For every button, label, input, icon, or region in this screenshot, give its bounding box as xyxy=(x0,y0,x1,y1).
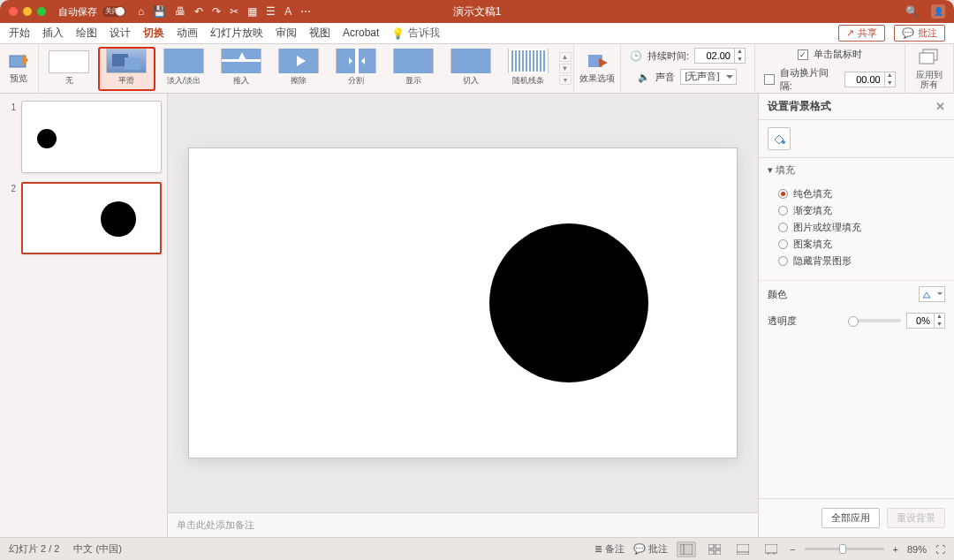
autosave-toggle[interactable]: 自动保存 关闭 xyxy=(58,5,125,19)
duration-input[interactable] xyxy=(695,50,734,61)
reset-bg-button[interactable]: 重设背景 xyxy=(887,508,945,528)
slide-counter: 幻灯片 2 / 2 xyxy=(9,542,59,556)
tab-3[interactable]: 设计 xyxy=(110,26,131,39)
transition-split[interactable]: 分割 xyxy=(329,48,384,90)
fill-option-2[interactable]: 图片或纹理填充 xyxy=(778,221,945,234)
home-icon[interactable]: ⌂ xyxy=(138,5,144,18)
slideshow-icon[interactable]: ▦ xyxy=(247,5,257,18)
zoom-level[interactable]: 89% xyxy=(907,544,927,555)
transition-morph[interactable]: 平滑 xyxy=(99,48,155,90)
color-picker[interactable] xyxy=(919,286,945,302)
zoom-out-icon[interactable]: − xyxy=(790,544,795,555)
transition-reveal[interactable]: 显示 xyxy=(386,48,442,90)
tab-5[interactable]: 动画 xyxy=(177,26,198,39)
opacity-spinner[interactable]: ▲▼ xyxy=(906,313,945,329)
transition-bars[interactable]: 随机线条 xyxy=(501,48,556,90)
comments-toggle[interactable]: 💬 批注 xyxy=(633,542,668,556)
transition-push[interactable]: 推入 xyxy=(214,48,269,90)
on-click-checkbox[interactable]: ✓ xyxy=(798,49,808,60)
slide-content xyxy=(189,148,737,458)
tab-2[interactable]: 绘图 xyxy=(76,26,97,39)
slide-thumb-2[interactable] xyxy=(21,182,162,254)
redo-icon[interactable]: ↷ xyxy=(212,5,221,18)
radio-icon xyxy=(778,256,788,266)
autosave-switch[interactable]: 关闭 xyxy=(102,6,125,17)
preview-button[interactable]: 预览 xyxy=(0,44,39,93)
gallery-down-icon[interactable]: ▼ xyxy=(559,64,572,73)
notes-pane[interactable]: 单击此处添加备注 xyxy=(168,512,758,537)
font-icon[interactable]: A xyxy=(284,5,292,18)
close-pane-icon[interactable]: ✕ xyxy=(935,100,945,113)
after-checkbox[interactable] xyxy=(764,74,775,85)
gallery-more-icon[interactable]: ▾ xyxy=(559,75,572,85)
svg-rect-38 xyxy=(716,544,721,549)
lightbulb-icon: 💡 xyxy=(391,27,405,40)
tab-0[interactable]: 开始 xyxy=(9,26,30,39)
slide-canvas[interactable] xyxy=(189,148,737,458)
fill-option-0[interactable]: 纯色填充 xyxy=(778,187,945,201)
svg-point-34 xyxy=(782,140,785,144)
status-bar: 幻灯片 2 / 2 中文 (中国) ≣ 备注 💬 批注 − + 89% ⛶ xyxy=(0,537,954,560)
fit-window-icon[interactable]: ⛶ xyxy=(935,544,945,555)
apply-all-bg-button[interactable]: 全部应用 xyxy=(822,508,880,528)
fill-option-4[interactable]: 隐藏背景图形 xyxy=(778,254,945,268)
apply-all-icon xyxy=(918,49,941,68)
window-controls xyxy=(0,7,46,16)
share-icon: ↗ xyxy=(846,27,854,39)
duration-spinner[interactable]: ▲▼ xyxy=(694,48,746,64)
close-window-icon[interactable] xyxy=(9,7,18,16)
after-input[interactable] xyxy=(845,74,884,85)
fill-option-1[interactable]: 渐变填充 xyxy=(778,204,945,217)
share-button[interactable]: ↗共享 xyxy=(838,25,885,42)
slide-thumb-1[interactable] xyxy=(21,101,162,173)
fill-tab-icon[interactable] xyxy=(768,127,791,150)
effect-options-button[interactable]: 效果选项 xyxy=(574,44,621,93)
fill-option-3[interactable]: 图案填充 xyxy=(778,238,945,251)
tab-6[interactable]: 幻灯片放映 xyxy=(210,26,263,39)
svg-rect-24 xyxy=(536,50,538,72)
transition-cut[interactable]: 切入 xyxy=(443,48,499,90)
transition-wipe[interactable]: 擦除 xyxy=(271,48,327,90)
touch-mode-icon[interactable]: ☰ xyxy=(266,5,276,18)
zoom-slider[interactable] xyxy=(805,548,884,550)
tab-4[interactable]: 切换 xyxy=(143,26,164,39)
sorter-view-icon[interactable] xyxy=(705,541,724,557)
more-icon[interactable]: ⋯ xyxy=(300,5,311,18)
reading-view-icon[interactable] xyxy=(733,541,753,557)
notes-toggle[interactable]: ≣ 备注 xyxy=(594,542,625,556)
sound-select[interactable]: [无声音] xyxy=(680,69,737,85)
comments-button[interactable]: 💬批注 xyxy=(894,25,945,42)
search-icon[interactable]: 🔍 xyxy=(905,5,919,18)
apply-to-all-button[interactable]: 应用到 所有 xyxy=(905,44,954,93)
minimize-window-icon[interactable] xyxy=(23,7,32,16)
save-icon[interactable]: 💾 xyxy=(153,5,166,18)
radio-icon xyxy=(778,206,788,216)
fill-section-header[interactable]: ▾ 填充 xyxy=(759,158,954,182)
zoom-window-icon[interactable] xyxy=(37,7,46,16)
autosave-label: 自动保存 xyxy=(58,5,97,19)
transition-fade[interactable]: 淡入/淡出 xyxy=(156,48,212,90)
opacity-slider[interactable] xyxy=(848,319,901,322)
normal-view-icon[interactable] xyxy=(677,541,696,557)
tab-1[interactable]: 插入 xyxy=(42,26,64,39)
format-painter-icon[interactable]: ✂ xyxy=(230,5,238,18)
user-avatar[interactable]: 👤 xyxy=(931,4,945,19)
after-label: 自动换片间隔: xyxy=(780,66,839,93)
transition-none[interactable]: 无 xyxy=(42,48,97,90)
zoom-in-icon[interactable]: + xyxy=(893,544,898,555)
slideshow-view-icon[interactable] xyxy=(761,541,781,557)
language-indicator[interactable]: 中文 (中国) xyxy=(73,542,121,556)
spin-up-icon[interactable]: ▲ xyxy=(735,48,745,56)
svg-rect-4 xyxy=(164,49,203,73)
spin-down-icon[interactable]: ▼ xyxy=(735,56,745,64)
tab-8[interactable]: 视图 xyxy=(309,26,330,39)
svg-rect-16 xyxy=(509,49,548,73)
tell-me[interactable]: 💡告诉我 xyxy=(391,26,440,41)
gallery-up-icon[interactable]: ▲ xyxy=(559,52,572,62)
after-spinner[interactable]: ▲▼ xyxy=(844,72,896,87)
print-icon[interactable]: 🖶 xyxy=(175,5,186,18)
tab-9[interactable]: Acrobat xyxy=(343,26,379,39)
svg-rect-22 xyxy=(529,50,531,72)
undo-icon[interactable]: ↶ xyxy=(194,5,203,18)
tab-7[interactable]: 审阅 xyxy=(276,26,297,39)
